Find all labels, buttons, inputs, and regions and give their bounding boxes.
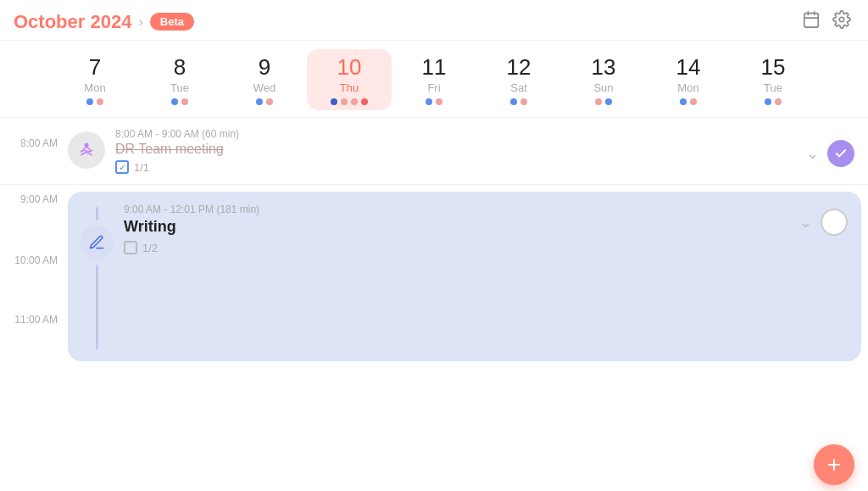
dot [181,98,188,105]
beta-badge: Beta [150,13,194,31]
day-name: Sun [593,81,613,94]
day-cell-9[interactable]: 9 Wed [222,49,307,110]
day-name: Wed [253,81,276,94]
day-name: Tue [170,81,189,94]
dot [436,98,442,105]
dot [775,98,782,105]
day-dots [595,98,612,105]
vertical-bar-bottom [96,265,98,349]
event-2-checkbox[interactable] [124,241,137,254]
day-number: 9 [259,54,270,81]
time-labels-col: 9:00 AM 10:00 AM 11:00 AM [0,185,68,491]
event-1-check: 1/1 [115,160,796,174]
complete-button-2[interactable] [821,209,848,236]
time-row-8am: 8:00 AM 8:00 AM - 9:00 AM (60 min) DR Te… [0,118,868,185]
day-name: Sat [510,81,527,94]
event-1-progress: 1/1 [134,161,149,174]
day-number: 12 [507,54,531,81]
event-2-block: 9:00 AM - 12:01 PM (181 min) Writing 1/2… [68,192,861,361]
dot [86,98,93,105]
dot [690,98,697,105]
day-number: 8 [174,54,186,81]
dot [171,98,178,105]
event-2-check: 1/2 [124,241,789,254]
expand-icon[interactable]: ⌄ [806,144,819,163]
complete-button[interactable] [827,140,854,167]
time-label-9am: 9:00 AM [20,193,58,205]
day-number: 11 [422,54,447,81]
check-icon [834,147,848,160]
event-2-title: Writing [124,218,789,236]
chevron-right-icon: › [138,14,142,30]
day-dots [510,98,527,105]
day-dots [331,98,368,105]
add-button[interactable]: + [814,444,854,485]
app-title: October 2024 [14,11,131,33]
header-right [802,10,851,33]
time-label-10am: 10:00 AM [14,254,58,266]
time-row-9am-block: 9:00 AM 10:00 AM 11:00 AM [0,185,868,491]
day-name: Mon [84,81,105,94]
day-cell-15[interactable]: 15 Tue [731,49,815,110]
dot [680,98,687,105]
calendar-strip: 7 Mon 8 Tue 9 Wed 10 Thu [0,41,868,118]
event-1-time: 8:00 AM - 9:00 AM (60 min) [115,128,796,140]
day-number: 10 [337,54,362,81]
expand-icon-2[interactable]: ⌄ [799,213,812,232]
header-left: October 2024 › Beta [14,11,194,33]
time-label-11am: 11:00 AM [14,314,58,326]
event-1-checkbox[interactable] [115,160,129,174]
day-dots [765,98,782,105]
day-cell-14[interactable]: 14 Mon [646,49,731,110]
svg-rect-0 [804,14,819,27]
calendar-icon[interactable] [802,10,821,33]
event-2-container: 9:00 AM - 12:01 PM (181 min) Writing 1/2… [68,192,861,491]
main-content: 8:00 AM 8:00 AM - 9:00 AM (60 min) DR Te… [0,118,868,491]
dot [97,98,103,105]
dot [266,98,273,105]
day-cell-13[interactable]: 13 Sun [561,49,646,110]
day-number: 13 [592,54,616,81]
vertical-bar-top [96,207,98,220]
dot [351,98,358,105]
dot [361,98,368,105]
event-1-title: DR Team meeting [115,142,796,157]
settings-icon[interactable] [832,10,851,33]
dot [256,98,263,105]
event-2-progress: 1/2 [142,242,158,254]
svg-point-5 [85,143,89,148]
dot [520,98,527,105]
event-1-content: 8:00 AM - 9:00 AM (60 min) DR Team meeti… [115,128,796,174]
day-name: Thu [340,81,359,94]
day-name: Mon [677,81,698,94]
day-dots [680,98,697,105]
day-number: 7 [89,54,101,81]
day-cell-12[interactable]: 12 Sat [476,49,561,110]
event-1-actions: ⌄ [806,128,854,167]
event-2-time: 9:00 AM - 12:01 PM (181 min) [124,204,789,215]
time-label-8am: 8:00 AM [0,128,68,174]
dot [331,98,337,105]
dot [595,98,602,105]
meditation-icon [76,140,97,160]
day-cell-7[interactable]: 7 Mon [53,49,137,110]
event-2-left [80,204,114,349]
writing-icon [88,234,105,251]
day-cell-11[interactable]: 11 Fri [392,49,476,110]
event-icon-wrap-meditation [68,131,105,169]
day-cell-10-active[interactable]: 10 Thu [307,49,392,110]
dot [426,98,432,105]
event-2-actions: ⌄ [799,204,848,236]
day-dots [171,98,188,105]
day-dots [86,98,103,105]
title-year: 2024 [90,11,131,32]
day-name: Fri [427,81,440,94]
day-cell-8[interactable]: 8 Tue [137,49,222,110]
day-number: 14 [676,54,701,81]
day-name: Tue [764,81,782,94]
event-2-content: 9:00 AM - 12:01 PM (181 min) Writing 1/2 [124,204,789,254]
day-dots [256,98,273,105]
title-month: October [14,11,85,32]
dot [765,98,771,105]
dot [605,98,612,105]
